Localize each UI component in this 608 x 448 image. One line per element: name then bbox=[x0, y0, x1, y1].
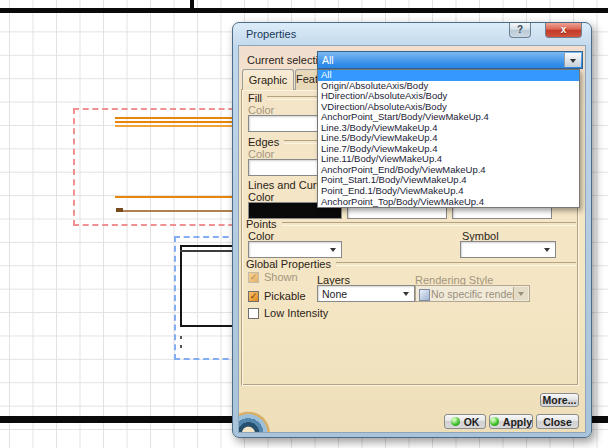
pickable-checkbox[interactable]: ✓ bbox=[248, 291, 259, 302]
chevron-down-icon bbox=[518, 292, 524, 299]
layers-value: None bbox=[322, 287, 347, 301]
dimension-tick bbox=[190, 0, 194, 9]
points-section-header: Points bbox=[246, 218, 576, 230]
dropdown-item[interactable]: AnchorPoint_Top/Body/ViewMakeUp.4 bbox=[318, 197, 579, 208]
combo-arrow-button[interactable] bbox=[540, 243, 554, 256]
ok-button[interactable]: OK bbox=[444, 414, 486, 429]
dropdown-item[interactable]: All bbox=[318, 70, 579, 81]
orange-line-2[interactable] bbox=[115, 121, 240, 123]
current-selection-value: All bbox=[322, 53, 334, 68]
brown-line-end-mark bbox=[116, 208, 123, 212]
combo-arrow-button bbox=[513, 287, 528, 300]
cad-drawing-canvas[interactable]: Properties ? x Current selection : All G… bbox=[0, 0, 608, 448]
dropdown-item[interactable]: Point_End.1/Body/ViewMakeUp.4 bbox=[318, 186, 579, 197]
check-icon: ✓ bbox=[250, 291, 258, 301]
point-mark-1 bbox=[180, 336, 182, 339]
close-button[interactable]: Close bbox=[536, 414, 579, 429]
catia-swirl-logo bbox=[239, 407, 279, 433]
brown-line[interactable] bbox=[116, 210, 240, 212]
sheet-border-line-top[interactable] bbox=[0, 8, 608, 13]
chevron-down-icon bbox=[544, 248, 550, 255]
global-properties-header: Global Properties bbox=[246, 258, 576, 270]
chevron-down-icon bbox=[570, 59, 576, 66]
current-selection-combobox[interactable]: All bbox=[317, 51, 583, 69]
tab-graphic[interactable]: Graphic bbox=[242, 69, 294, 90]
point-mark-2 bbox=[180, 345, 182, 348]
points-color-combobox[interactable] bbox=[248, 241, 342, 258]
dialog-body: Current selection : All Graphic Feat Fil… bbox=[238, 45, 586, 433]
shown-label: Shown bbox=[264, 271, 298, 283]
points-symbol-combobox[interactable] bbox=[460, 241, 556, 258]
rendering-style-icon bbox=[419, 289, 430, 301]
ok-orb-icon bbox=[451, 417, 460, 426]
pickable-label: Pickable bbox=[264, 290, 306, 302]
more-button[interactable]: More... bbox=[540, 393, 579, 407]
check-icon: ✓ bbox=[250, 272, 258, 282]
apply-button[interactable]: Apply bbox=[489, 414, 533, 429]
orange-line-3[interactable] bbox=[115, 125, 240, 127]
chevron-down-icon bbox=[330, 248, 336, 255]
rendering-style-value: No specific renderin bbox=[431, 287, 524, 301]
apply-orb-icon bbox=[490, 417, 499, 426]
combo-arrow-button[interactable] bbox=[399, 287, 413, 300]
shown-checkbox: ✓ bbox=[248, 272, 259, 283]
table-vertical-line[interactable] bbox=[180, 245, 182, 327]
low-intensity-checkbox[interactable] bbox=[248, 308, 259, 319]
tab-feature-properties[interactable]: Feat bbox=[295, 69, 319, 90]
combo-arrow-button[interactable] bbox=[326, 243, 340, 256]
rendering-style-combobox: No specific renderin bbox=[415, 285, 530, 302]
dialog-titlebar[interactable]: Properties ? x bbox=[233, 23, 591, 45]
table-top-line-1[interactable] bbox=[180, 245, 240, 247]
selection-dropdown-list[interactable]: AllOrigin/AbsoluteAxis/BodyHDirection/Ab… bbox=[317, 69, 580, 208]
table-top-line-2[interactable] bbox=[180, 250, 240, 252]
layers-combobox[interactable]: None bbox=[317, 285, 415, 302]
combo-arrow-button[interactable] bbox=[564, 53, 581, 67]
orange-line-1[interactable] bbox=[115, 117, 240, 119]
dialog-title: Properties bbox=[246, 28, 296, 40]
close-icon[interactable]: x bbox=[545, 23, 582, 38]
help-icon[interactable]: ? bbox=[509, 23, 531, 38]
orange-line-4[interactable] bbox=[115, 196, 240, 198]
low-intensity-label: Low Intensity bbox=[264, 307, 328, 319]
chevron-down-icon bbox=[403, 292, 409, 299]
properties-dialog: Properties ? x Current selection : All G… bbox=[232, 22, 592, 438]
